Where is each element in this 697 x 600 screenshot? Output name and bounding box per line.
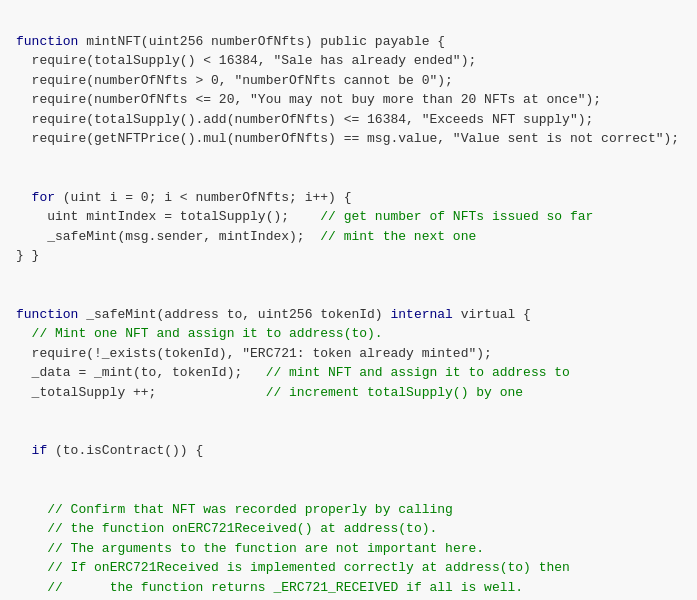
line-23: // The arguments to the function are not… <box>16 541 484 556</box>
code-container: function mintNFT(uint256 numberOfNfts) p… <box>0 0 697 600</box>
line-24: // If onERC721Received is implemented co… <box>16 560 570 575</box>
line-22: // the function onERC721Received() at ad… <box>16 521 437 536</box>
line-9: uint mintIndex = totalSupply(); // get n… <box>16 209 593 224</box>
line-4: require(numberOfNfts <= 20, "You may not… <box>16 92 601 107</box>
line-3: require(numberOfNfts > 0, "numberOfNfts … <box>16 73 453 88</box>
line-25: // the function returns _ERC721_RECEIVED… <box>16 580 523 595</box>
line-2: require(totalSupply() < 16384, "Sale has… <box>16 53 476 68</box>
line-1: function mintNFT(uint256 numberOfNfts) p… <box>16 34 445 49</box>
code-block: function mintNFT(uint256 numberOfNfts) p… <box>16 12 681 600</box>
line-21: // Confirm that NFT was recorded properl… <box>16 502 453 517</box>
line-15: require(!_exists(tokenId), "ERC721: toke… <box>16 346 492 361</box>
line-19: if (to.isContract()) { <box>16 443 203 458</box>
line-6: require(getNFTPrice().mul(numberOfNfts) … <box>16 131 679 146</box>
line-11: } } <box>16 248 39 263</box>
line-17: _totalSupply ++; // increment totalSuppl… <box>16 385 523 400</box>
line-5: require(totalSupply().add(numberOfNfts) … <box>16 112 593 127</box>
line-10: _safeMint(msg.sender, mintIndex); // min… <box>16 229 476 244</box>
line-14: // Mint one NFT and assign it to address… <box>16 326 383 341</box>
line-16: _data = _mint(to, tokenId); // mint NFT … <box>16 365 570 380</box>
line-13: function _safeMint(address to, uint256 t… <box>16 307 531 322</box>
line-8: for (uint i = 0; i < numberOfNfts; i++) … <box>16 190 351 205</box>
